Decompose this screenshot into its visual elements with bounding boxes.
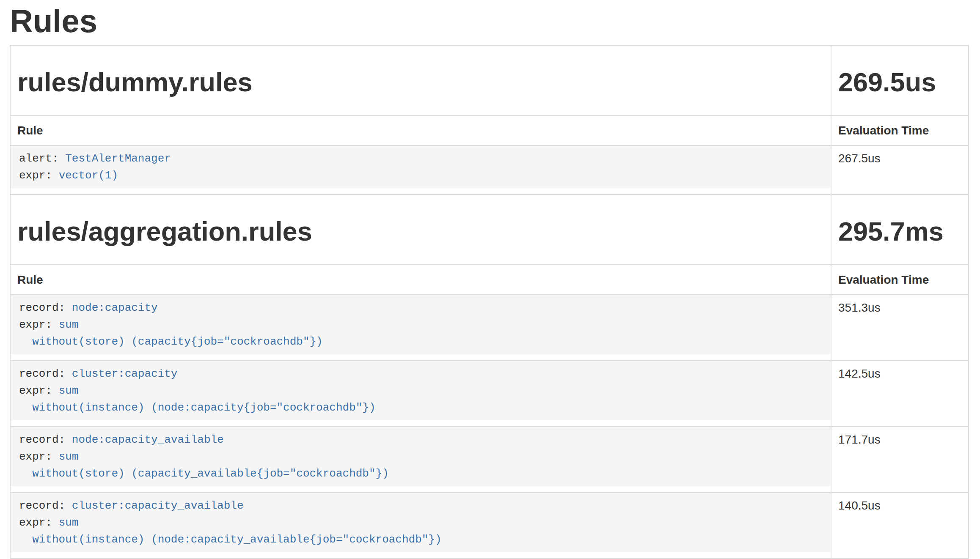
rule-group-name-cell: rules/dummy.rules: [10, 45, 831, 115]
rule-keyword: expr:: [19, 516, 59, 529]
rule-cell: alert: TestAlertManagerexpr: vector(1): [10, 145, 831, 195]
rule-keyword: expr:: [19, 450, 59, 463]
column-header-row: Rule Evaluation Time: [10, 115, 969, 145]
rules-table: rules/dummy.rules 269.5us Rule Evaluatio…: [10, 45, 969, 559]
rule-eval-time: 171.7us: [831, 427, 969, 493]
rule-keyword: record:: [19, 499, 72, 512]
rule-code-line: expr: sum: [19, 382, 822, 399]
rule-expr-link[interactable]: sum: [59, 384, 79, 397]
rule-expr-link[interactable]: sum: [59, 516, 79, 529]
rule-value-link[interactable]: node:capacity_available: [72, 433, 224, 446]
rule-group-eval-time: 269.5us: [838, 67, 961, 97]
rule-code-line: record: cluster:capacity: [19, 365, 822, 382]
rule-eval-time: 267.5us: [831, 145, 969, 195]
rule-code-block: record: cluster:capacityexpr: sum withou…: [11, 361, 831, 420]
rule-expr-link[interactable]: sum: [59, 450, 79, 463]
rule-code-line: without(store) (capacity{job="cockroachd…: [19, 333, 822, 350]
rule-keyword: alert:: [19, 152, 65, 165]
rule-code-line: expr: vector(1): [19, 167, 822, 184]
rules-page: { "page": { "title": "Rules" }, "colors"…: [0, 0, 980, 559]
rule-expr-link[interactable]: without(store) (capacity{job="cockroachd…: [19, 335, 323, 348]
rule-expr-link[interactable]: without(store) (capacity_available{job="…: [19, 467, 389, 480]
rule-cell: record: cluster:capacityexpr: sum withou…: [10, 361, 831, 427]
rule-group-eval-time: 295.7ms: [838, 216, 961, 247]
rule-code-block: record: node:capacity_availableexpr: sum…: [11, 427, 831, 486]
rule-code-line: without(instance) (node:capacity{job="co…: [19, 399, 822, 416]
rule-row: record: cluster:capacity_availableexpr: …: [10, 493, 969, 559]
rule-eval-time: 142.5us: [831, 361, 969, 427]
rule-keyword: record:: [19, 367, 72, 380]
rule-group-row: rules/dummy.rules 269.5us: [10, 45, 969, 115]
rule-code-block: record: node:capacityexpr: sum without(s…: [11, 295, 831, 354]
column-header-eval-time: Evaluation Time: [831, 265, 969, 295]
column-header-rule: Rule: [10, 265, 831, 295]
rule-value-link[interactable]: TestAlertManager: [65, 152, 171, 165]
rule-row: record: node:capacityexpr: sum without(s…: [10, 295, 969, 361]
rule-group-file: rules/dummy.rules: [17, 67, 824, 97]
page-title: Rules: [10, 0, 969, 39]
rule-keyword: expr:: [19, 318, 59, 331]
rule-code-line: record: node:capacity_available: [19, 431, 822, 448]
rule-row: record: node:capacity_availableexpr: sum…: [10, 427, 969, 493]
rule-keyword: record:: [19, 301, 72, 314]
rule-cell: record: cluster:capacity_availableexpr: …: [10, 493, 831, 559]
rule-cell: record: node:capacity_availableexpr: sum…: [10, 427, 831, 493]
column-header-row: Rule Evaluation Time: [10, 265, 969, 295]
main-content: Rules rules/dummy.rules 269.5us Rule Eva…: [0, 0, 980, 559]
rule-code-line: expr: sum: [19, 316, 822, 333]
rule-eval-time: 140.5us: [831, 493, 969, 559]
rule-group-name-cell: rules/aggregation.rules: [10, 195, 831, 265]
rule-code-line: expr: sum: [19, 448, 822, 465]
rule-eval-time: 351.3us: [831, 295, 969, 361]
rule-keyword: record:: [19, 433, 72, 446]
rule-code-line: without(store) (capacity_available{job="…: [19, 465, 822, 482]
column-header-rule: Rule: [10, 115, 831, 145]
rule-code-line: expr: sum: [19, 514, 822, 531]
rule-row: alert: TestAlertManagerexpr: vector(1) 2…: [10, 145, 969, 195]
rule-code-line: without(instance) (node:capacity_availab…: [19, 531, 822, 548]
rule-expr-link[interactable]: sum: [59, 318, 79, 331]
rule-code-line: alert: TestAlertManager: [19, 150, 822, 167]
rule-cell: record: node:capacityexpr: sum without(s…: [10, 295, 831, 361]
rule-expr-link[interactable]: without(instance) (node:capacity{job="co…: [19, 401, 376, 414]
rule-expr-link[interactable]: without(instance) (node:capacity_availab…: [19, 533, 442, 546]
rule-code-line: record: node:capacity: [19, 299, 822, 316]
rule-group-row: rules/aggregation.rules 295.7ms: [10, 195, 969, 265]
rule-keyword: expr:: [19, 384, 59, 397]
rule-code-line: record: cluster:capacity_available: [19, 497, 822, 514]
rule-code-block: alert: TestAlertManagerexpr: vector(1): [11, 146, 831, 188]
rule-group-eval-time-cell: 269.5us: [831, 45, 969, 115]
rule-row: record: cluster:capacityexpr: sum withou…: [10, 361, 969, 427]
rule-keyword: expr:: [19, 169, 59, 182]
rule-value-link[interactable]: cluster:capacity_available: [72, 499, 244, 512]
rule-value-link[interactable]: node:capacity: [72, 301, 158, 314]
rule-expr-link[interactable]: vector(1): [59, 169, 118, 182]
rule-group-eval-time-cell: 295.7ms: [831, 195, 969, 265]
rule-value-link[interactable]: cluster:capacity: [72, 367, 178, 380]
column-header-eval-time: Evaluation Time: [831, 115, 969, 145]
rule-code-block: record: cluster:capacity_availableexpr: …: [11, 493, 831, 552]
rule-group-file: rules/aggregation.rules: [17, 216, 824, 247]
